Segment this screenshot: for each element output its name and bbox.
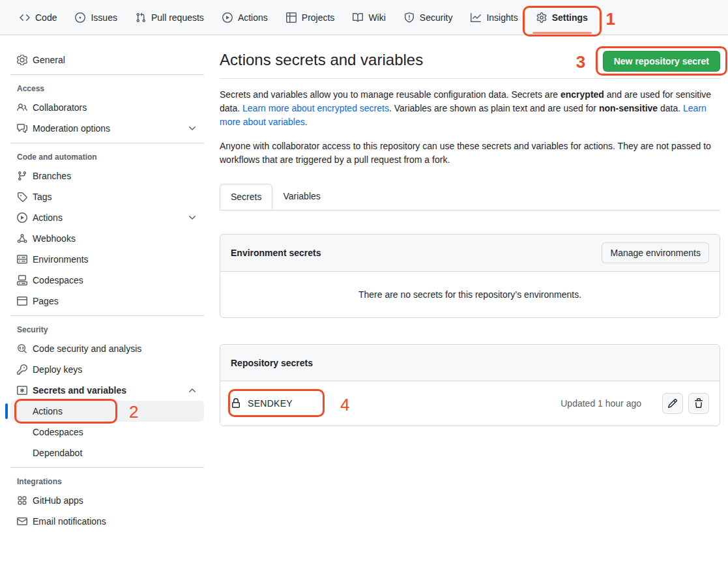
sidebar-item-webhooks[interactable]: Webhooks bbox=[10, 228, 204, 249]
repository-secrets-title: Repository secrets bbox=[231, 358, 313, 368]
main-content: Actions secrets and variables New reposi… bbox=[209, 35, 728, 565]
tab-security[interactable]: Security bbox=[395, 0, 462, 35]
tab-code[interactable]: Code bbox=[10, 0, 66, 35]
sidebar-item-label: Pages bbox=[33, 296, 59, 306]
comment-discussion-icon bbox=[17, 123, 27, 134]
sidebar-item-label: Actions bbox=[33, 406, 63, 416]
mail-icon bbox=[17, 516, 27, 527]
gear-icon bbox=[536, 12, 547, 23]
secret-name: SENDKEY bbox=[248, 398, 293, 409]
git-branch-icon bbox=[17, 171, 27, 181]
sidebar-item-label: Tags bbox=[33, 192, 52, 202]
active-item-accent-bar bbox=[5, 403, 8, 419]
sidebar-subitem-codespaces[interactable]: Codespaces bbox=[10, 422, 204, 442]
table-icon bbox=[286, 12, 297, 23]
webhook-icon bbox=[17, 233, 27, 244]
tab-label: Settings bbox=[552, 12, 588, 23]
sidebar-item-actions[interactable]: Actions bbox=[10, 207, 204, 228]
chevron-down-icon bbox=[187, 123, 197, 134]
repository-secrets-card: Repository secrets SENDKEY 4 Updated 1 h… bbox=[220, 344, 720, 426]
pencil-icon bbox=[667, 398, 678, 409]
tab-label: Actions bbox=[238, 12, 268, 23]
secret-name-chip: SENDKEY 4 bbox=[231, 398, 293, 409]
tab-label: Insights bbox=[486, 12, 517, 23]
environment-secrets-title: Environment secrets bbox=[231, 248, 321, 258]
environment-secrets-empty-text: There are no secrets for this repository… bbox=[220, 272, 720, 317]
new-repository-secret-button[interactable]: New repository secret 3 bbox=[603, 51, 720, 72]
tab-label: Security bbox=[420, 12, 453, 23]
sidebar-item-general[interactable]: General bbox=[10, 50, 204, 70]
server-icon bbox=[17, 254, 27, 265]
sidebar-item-label: General bbox=[33, 55, 65, 65]
sidebar-item-label: Branches bbox=[33, 171, 71, 181]
delete-secret-button[interactable] bbox=[688, 393, 709, 414]
sidebar-item-pages[interactable]: Pages bbox=[10, 291, 204, 311]
issue-opened-icon bbox=[75, 12, 85, 23]
browser-icon bbox=[17, 296, 27, 306]
git-pull-request-icon bbox=[136, 12, 146, 23]
sidebar-item-secrets-and-variables[interactable]: Secrets and variables bbox=[10, 380, 204, 401]
sidebar-item-label: Collaborators bbox=[33, 102, 87, 113]
play-icon bbox=[222, 12, 233, 23]
sidebar-item-label: Deploy keys bbox=[33, 364, 82, 375]
sidebar-item-branches[interactable]: Branches bbox=[10, 166, 204, 186]
codespaces-icon bbox=[17, 275, 27, 285]
secrets-variables-tabnav: Secrets Variables bbox=[220, 184, 720, 210]
sidebar-item-label: Secrets and variables bbox=[33, 385, 126, 396]
sidebar-section-access: Access bbox=[10, 79, 204, 97]
key-asterisk-icon bbox=[17, 385, 27, 396]
tab-label: Projects bbox=[302, 12, 335, 23]
tab-secrets[interactable]: Secrets bbox=[220, 184, 272, 210]
lock-icon bbox=[231, 398, 241, 409]
code-icon bbox=[20, 12, 30, 23]
page-title: Actions secrets and variables bbox=[220, 51, 423, 69]
sidebar-item-deploy-keys[interactable]: Deploy keys bbox=[10, 359, 204, 380]
sidebar-subitem-dependabot[interactable]: Dependabot bbox=[10, 442, 204, 463]
annotation-number-3: 3 bbox=[576, 53, 585, 70]
tab-wiki[interactable]: Wiki bbox=[343, 0, 394, 35]
annotation-number-1: 1 bbox=[605, 10, 615, 27]
apps-icon bbox=[17, 495, 27, 506]
sidebar-section-integrations: Integrations bbox=[10, 472, 204, 490]
manage-environments-button[interactable]: Manage environments bbox=[602, 242, 709, 263]
sidebar-subitem-actions[interactable]: Actions 2 bbox=[10, 401, 204, 422]
sidebar-item-tags[interactable]: Tags bbox=[10, 186, 204, 207]
tab-settings[interactable]: Settings 1 bbox=[527, 0, 597, 35]
environment-secrets-card: Environment secrets Manage environments … bbox=[220, 234, 720, 318]
sidebar-item-label: Environments bbox=[33, 254, 89, 265]
tab-label: Pull requests bbox=[151, 12, 204, 23]
codescan-icon bbox=[17, 343, 27, 354]
annotation-number-4: 4 bbox=[340, 396, 349, 413]
link-encrypted-secrets[interactable]: Learn more about encrypted secrets bbox=[242, 103, 389, 113]
sidebar-item-moderation-options[interactable]: Moderation options bbox=[10, 118, 204, 139]
tab-variables[interactable]: Variables bbox=[272, 184, 330, 210]
trash-icon bbox=[693, 398, 704, 409]
tab-pull-requests[interactable]: Pull requests bbox=[126, 0, 213, 35]
edit-secret-button[interactable] bbox=[662, 393, 683, 414]
book-icon bbox=[353, 12, 363, 23]
tab-label: Wiki bbox=[368, 12, 385, 23]
sidebar-item-label: Codespaces bbox=[33, 427, 83, 437]
tab-insights[interactable]: Insights bbox=[461, 0, 527, 35]
secret-updated-timestamp: Updated 1 hour ago bbox=[561, 398, 641, 409]
sidebar-item-label: Email notifications bbox=[33, 516, 106, 527]
tab-actions[interactable]: Actions bbox=[213, 0, 277, 35]
shield-icon bbox=[404, 12, 415, 23]
gear-icon bbox=[17, 55, 27, 65]
sidebar-item-codespaces[interactable]: Codespaces bbox=[10, 270, 204, 291]
sidebar-item-environments[interactable]: Environments bbox=[10, 249, 204, 270]
annotation-number-2: 2 bbox=[129, 403, 138, 420]
play-icon bbox=[17, 212, 27, 223]
sidebar-item-label: Dependabot bbox=[33, 448, 82, 458]
tab-issues[interactable]: Issues bbox=[66, 0, 126, 35]
sidebar-item-label: Code security and analysis bbox=[33, 343, 141, 354]
sidebar-item-collaborators[interactable]: Collaborators bbox=[10, 97, 204, 118]
sidebar-item-label: GitHub apps bbox=[33, 495, 83, 506]
sidebar-item-github-apps[interactable]: GitHub apps bbox=[10, 490, 204, 511]
tab-projects[interactable]: Projects bbox=[277, 0, 344, 35]
sidebar-item-code-security[interactable]: Code security and analysis bbox=[10, 338, 204, 359]
graph-icon bbox=[471, 12, 481, 23]
sidebar-section-security: Security bbox=[10, 320, 204, 338]
chevron-down-icon bbox=[187, 212, 197, 223]
sidebar-item-email-notifications[interactable]: Email notifications bbox=[10, 511, 204, 532]
